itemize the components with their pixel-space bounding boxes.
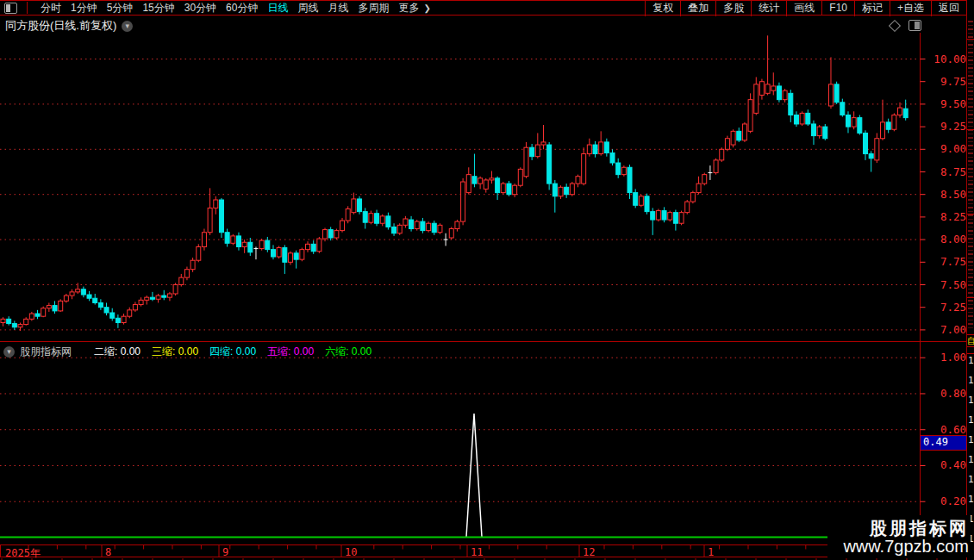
menubar: 分时 1分钟 5分钟 15分钟 30分钟 60分钟 日线 周线 月线 多周期 更… (0, 1, 973, 15)
indicator-legend: 二缩: 0.00 三缩: 0.00 四缩: 0.00 五缩: 0.00 六缩: … (94, 345, 371, 359)
x-axis-month-label: 2025年 (5, 546, 41, 560)
legend-item-5: 五缩: 0.00 (267, 345, 314, 359)
strip-digit: 1 (968, 454, 974, 465)
menu-item-15min[interactable]: 15分钟 (142, 1, 174, 16)
menu-item-multiperiod[interactable]: 多周期 (358, 1, 389, 16)
menu-item-fenshi[interactable]: 分时 (41, 1, 61, 16)
x-axis-month-label: 12 (583, 546, 595, 558)
watermark-url: www.7gpzb.com (843, 538, 969, 556)
svg-text:8.25: 8.25 (940, 210, 966, 223)
svg-text:1.00: 1.00 (940, 351, 966, 364)
menu-item-60min[interactable]: 60分钟 (226, 1, 258, 16)
legend-item-2: 二缩: 0.00 (94, 345, 140, 359)
menu-item-30min[interactable]: 30分钟 (184, 1, 216, 16)
strip-divider (967, 297, 974, 298)
menu-item-f10[interactable]: F10 (821, 1, 854, 15)
panel-layout-icon[interactable] (908, 20, 921, 31)
price-chart-svg: 7.007.257.507.758.008.258.508.759.009.25… (0, 0, 974, 560)
svg-text:9.25: 9.25 (940, 120, 966, 133)
chart-title-row: 同方股份(日线.前复权) ▾ (5, 18, 133, 34)
menu-item-fuquan[interactable]: 复权 (645, 0, 680, 16)
menu-item-mark[interactable]: 标记 (854, 0, 890, 16)
svg-text:0.40: 0.40 (940, 458, 966, 471)
svg-text:8.50: 8.50 (940, 188, 966, 201)
menu-item-multistock[interactable]: 多股 (715, 0, 751, 16)
sidebar-toggle-icon[interactable] (4, 3, 17, 14)
strip-digit: 1 (968, 375, 974, 386)
right-edge-strip[interactable]: 自 1111111111 (966, 0, 974, 560)
menu-item-monthly[interactable]: 月线 (328, 1, 348, 16)
diamond-icon[interactable] (889, 19, 901, 31)
menu-item-weekly[interactable]: 周线 (297, 1, 318, 16)
chevron-down-icon[interactable]: ▾ (3, 346, 15, 358)
svg-text:0.20: 0.20 (940, 495, 966, 507)
strip-digit: 1 (968, 414, 974, 426)
chevron-down-icon[interactable]: ▾ (122, 21, 133, 32)
menu-item-5min[interactable]: 5分钟 (107, 1, 134, 16)
strip-divider (967, 214, 974, 215)
indicator-title[interactable]: 股朋指标网 (20, 345, 72, 359)
x-axis-month-label: 8 (105, 546, 111, 558)
menu-item-more[interactable]: 更多 (398, 1, 419, 16)
strip-divider (967, 353, 974, 354)
axis-value-marker: 0.49 (920, 435, 967, 451)
svg-text:7.25: 7.25 (940, 301, 966, 314)
app-window: 7.007.257.507.758.008.258.508.759.009.25… (0, 0, 974, 560)
watermark-site-name: 股朋指标网 (843, 520, 969, 538)
svg-text:9.50: 9.50 (940, 97, 966, 110)
svg-text:7.75: 7.75 (940, 255, 966, 268)
menu-item-overlay[interactable]: 叠加 (680, 0, 715, 16)
svg-text:9.00: 9.00 (940, 142, 966, 155)
period-menu: 分时 1分钟 5分钟 15分钟 30分钟 60分钟 日线 周线 月线 多周期 更… (4, 1, 431, 16)
legend-item-3: 三缩: 0.00 (152, 345, 198, 359)
menu-divider (27, 2, 28, 14)
strip-digit: 1 (968, 395, 974, 406)
tool-menu: 复权 叠加 多股 统计 画线 F10 标记 +自选 返回 (645, 1, 967, 15)
svg-text:0.80: 0.80 (940, 387, 966, 400)
strip-divider (967, 39, 974, 40)
svg-text:10.00: 10.00 (933, 53, 966, 65)
strip-divider (967, 129, 974, 130)
strip-badge: 自 (967, 334, 974, 347)
svg-text:8.75: 8.75 (940, 165, 966, 178)
menu-item-add-watchlist[interactable]: +自选 (890, 0, 931, 16)
strip-digit: 1 (968, 434, 974, 445)
svg-text:7.50: 7.50 (940, 278, 966, 291)
svg-text:9.75: 9.75 (940, 75, 966, 88)
svg-text:8.00: 8.00 (940, 233, 966, 246)
x-axis-month-label: 10 (345, 546, 357, 558)
legend-item-4: 四缩: 0.00 (209, 345, 256, 359)
chevron-right-icon: ❯ (423, 3, 430, 13)
menu-item-1min[interactable]: 1分钟 (71, 1, 97, 16)
x-axis-month-label: 1 (708, 546, 714, 558)
x-axis-month-label: 11 (471, 546, 483, 558)
page-title: 同方股份(日线.前复权) (5, 18, 116, 34)
clipped-text-fragments (968, 21, 973, 329)
menu-item-stats[interactable]: 统计 (751, 0, 786, 16)
svg-text:7.00: 7.00 (940, 323, 966, 336)
menu-item-draw[interactable]: 画线 (786, 0, 821, 16)
strip-digit: 1 (968, 355, 974, 366)
strip-digit: 1 (968, 494, 974, 505)
watermark: 股朋指标网 www.7gpzb.com (827, 515, 971, 557)
menu-item-daily-active[interactable]: 日线 (267, 1, 288, 16)
menu-item-back[interactable]: 返回 (931, 0, 966, 16)
x-axis-month-label: 9 (222, 546, 228, 558)
title-right-icons (890, 20, 921, 31)
svg-text:0.60: 0.60 (940, 423, 966, 436)
indicator-header: ▾ 股朋指标网 二缩: 0.00 三缩: 0.00 四缩: 0.00 五缩: 0… (3, 345, 371, 359)
legend-item-6: 六缩: 0.00 (325, 345, 371, 359)
strip-digit: 1 (968, 474, 974, 485)
